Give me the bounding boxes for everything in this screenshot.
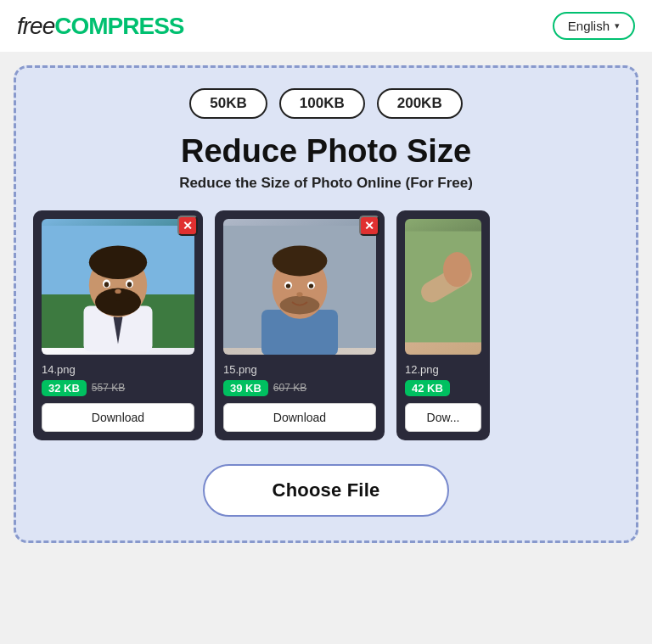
download-button-3[interactable]: Dow... bbox=[405, 403, 481, 432]
svg-point-11 bbox=[127, 282, 132, 287]
thumbnail-svg-2 bbox=[223, 219, 376, 355]
language-label: English bbox=[568, 19, 610, 33]
filename-1: 14.png bbox=[42, 363, 194, 376]
svg-point-20 bbox=[286, 283, 290, 288]
svg-point-12 bbox=[115, 288, 121, 293]
svg-point-22 bbox=[296, 292, 302, 296]
logo-free-text: free bbox=[17, 13, 54, 39]
download-button-1[interactable]: Download bbox=[42, 403, 194, 432]
choose-file-button[interactable]: Choose File bbox=[203, 464, 450, 517]
size-new-1: 32 KB bbox=[42, 380, 87, 396]
header: freeCOMPRESS English ▾ bbox=[0, 0, 652, 52]
main-content: 50KB 100KB 200KB Reduce Photo Size Reduc… bbox=[0, 52, 652, 557]
compress-card: 50KB 100KB 200KB Reduce Photo Size Reduc… bbox=[14, 65, 638, 543]
pill-100kb[interactable]: 100KB bbox=[279, 88, 365, 119]
page-title: Reduce Photo Size bbox=[33, 134, 619, 170]
filename-2: 15.png bbox=[223, 363, 376, 376]
size-old-2: 607 KB bbox=[273, 382, 306, 394]
svg-point-5 bbox=[89, 245, 147, 279]
chevron-down-icon: ▾ bbox=[615, 20, 620, 31]
choose-file-section: Choose File bbox=[33, 464, 619, 517]
language-selector[interactable]: English ▾ bbox=[553, 12, 635, 40]
filename-3: 12.png bbox=[405, 363, 481, 376]
image-thumbnail-2 bbox=[223, 219, 376, 355]
sizes-2: 39 KB 607 KB bbox=[223, 380, 376, 396]
size-old-1: 557 KB bbox=[92, 382, 125, 394]
svg-point-16 bbox=[273, 245, 328, 276]
size-pills-row: 50KB 100KB 200KB bbox=[33, 88, 619, 119]
close-icon-1: ✕ bbox=[183, 219, 193, 232]
image-card-1: ✕ bbox=[33, 210, 203, 440]
close-button-1[interactable]: ✕ bbox=[177, 216, 198, 236]
image-card-2: ✕ bbox=[215, 210, 385, 440]
size-new-3: 42 KB bbox=[405, 380, 450, 396]
image-thumbnail-3 bbox=[405, 219, 481, 355]
svg-point-10 bbox=[104, 282, 109, 287]
logo: freeCOMPRESS bbox=[17, 13, 184, 40]
close-button-2[interactable]: ✕ bbox=[359, 216, 379, 236]
pill-50kb[interactable]: 50KB bbox=[189, 88, 267, 119]
image-thumbnail-1 bbox=[42, 219, 194, 355]
download-button-2[interactable]: Download bbox=[223, 403, 376, 432]
logo-compress-text: COMPRESS bbox=[54, 13, 183, 39]
close-icon-2: ✕ bbox=[364, 219, 374, 232]
size-new-2: 39 KB bbox=[223, 380, 268, 396]
page-subtitle: Reduce the Size of Photo Online (For Fre… bbox=[33, 175, 619, 192]
sizes-3: 42 KB bbox=[405, 380, 481, 396]
pill-200kb[interactable]: 200KB bbox=[377, 88, 463, 119]
svg-point-25 bbox=[443, 252, 471, 287]
image-card-3: 12.png 42 KB Dow... bbox=[396, 210, 490, 440]
thumbnail-svg-3 bbox=[405, 219, 481, 355]
sizes-1: 32 KB 557 KB bbox=[42, 380, 194, 396]
thumbnail-svg-1 bbox=[42, 219, 194, 355]
images-row: ✕ bbox=[33, 210, 619, 440]
svg-point-21 bbox=[309, 283, 313, 288]
